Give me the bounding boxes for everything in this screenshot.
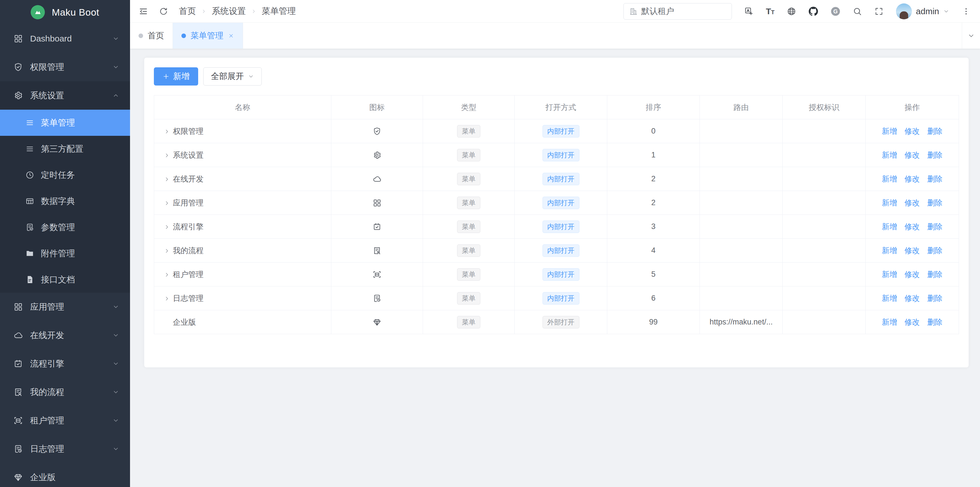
menu-name: 企业版 [173,318,196,326]
row-edit-link[interactable]: 修改 [905,222,920,231]
sidebar-item-third-party-config[interactable]: 第三方配置 [0,136,130,162]
sidebar-item-menu-management[interactable]: 菜单管理 [0,110,130,136]
row-expand-icon[interactable] [164,295,170,302]
breadcrumb-item-system-settings[interactable]: 系统设置 [212,5,246,17]
tenant-select[interactable]: 默认租户 [624,3,732,19]
sidebar-item-api-docs[interactable]: 接口文档 [0,267,130,293]
row-add-link[interactable]: 新增 [882,294,897,303]
sidebar-item-label: 参数管理 [41,222,75,233]
table-row: 应用管理 菜单 内部打开 2 新增修改删除 [154,191,959,215]
row-expand-icon[interactable] [164,128,170,135]
auth-value [783,143,865,167]
row-edit-link[interactable]: 修改 [905,151,920,160]
toolbar: 新增 全部展开 [154,67,959,86]
sidebar-item-parameter-management[interactable]: 参数管理 [0,214,130,240]
fullscreen-icon[interactable] [874,7,883,16]
github-icon[interactable] [808,6,818,16]
calendar-check-icon [331,222,423,231]
sidebar-item-scheduled-tasks[interactable]: 定时任务 [0,162,130,188]
row-edit-link[interactable]: 修改 [905,175,920,183]
chevron-down-icon [113,35,119,42]
row-edit-link[interactable]: 修改 [905,294,920,303]
row-delete-link[interactable]: 删除 [927,199,942,207]
collapse-sidebar-icon[interactable] [138,6,148,16]
row-edit-link[interactable]: 修改 [905,246,920,255]
translate-icon[interactable] [745,7,754,16]
row-edit-link[interactable]: 修改 [905,127,920,136]
sidebar-item-data-dictionary[interactable]: 数据字典 [0,188,130,214]
row-expand-icon[interactable] [164,200,170,206]
row-expand-icon[interactable] [164,176,170,182]
document-clock-icon [14,444,23,453]
table-icon [25,197,34,206]
sidebar-item-label: 租户管理 [30,415,105,426]
tab-options-dropdown[interactable] [962,23,980,49]
type-tag: 菜单 [457,173,480,185]
row-edit-link[interactable]: 修改 [905,318,920,326]
sidebar-item-log-management[interactable]: 日志管理 [0,435,130,463]
more-dots-icon[interactable] [962,7,970,16]
sidebar-item-enterprise[interactable]: 企业版 [0,463,130,487]
grid-icon [14,34,23,43]
sidebar-item-label: 菜单管理 [41,117,75,129]
gitee-icon[interactable]: G [830,6,840,16]
route-value [700,215,783,239]
sidebar-item-label: 定时任务 [41,169,75,181]
sidebar-item-permissions[interactable]: 权限管理 [0,53,130,81]
refresh-icon[interactable] [159,7,168,16]
tenant-building-icon [629,7,637,15]
row-add-link[interactable]: 新增 [882,199,897,207]
font-size-icon[interactable]: TT [766,7,775,16]
search-icon[interactable] [853,7,862,16]
row-delete-link[interactable]: 删除 [927,175,942,183]
col-icon: 图标 [331,96,423,119]
sidebar-item-tenant-management[interactable]: 租户管理 [0,406,130,435]
user-menu[interactable]: admin [896,3,949,19]
row-add-link[interactable]: 新增 [882,270,897,279]
sidebar-item-label: Dashboard [30,34,105,43]
row-expand-icon[interactable] [164,248,170,254]
row-add-link[interactable]: 新增 [882,151,897,160]
breadcrumb-item-home[interactable]: 首页 [179,5,196,17]
chevron-right-icon [201,8,207,14]
row-edit-link[interactable]: 修改 [905,270,920,279]
row-add-link[interactable]: 新增 [882,127,897,136]
row-add-link[interactable]: 新增 [882,222,897,231]
auth-value [783,286,865,310]
sidebar-item-my-flows[interactable]: 我的流程 [0,378,130,406]
sidebar-item-system-settings[interactable]: 系统设置 [0,81,130,110]
close-icon[interactable] [228,33,234,39]
sidebar-item-app-management[interactable]: 应用管理 [0,293,130,321]
table-row: 日志管理 菜单 内部打开 6 新增修改删除 [154,286,959,310]
row-delete-link[interactable]: 删除 [927,151,942,160]
folder-icon [25,249,34,258]
row-delete-link[interactable]: 删除 [927,318,942,326]
sidebar-item-online-dev[interactable]: 在线开发 [0,321,130,350]
tab-home[interactable]: 首页 [130,23,173,49]
row-edit-link[interactable]: 修改 [905,199,920,207]
auth-value [783,119,865,143]
sidebar-item-flow-engine[interactable]: 流程引擎 [0,350,130,378]
row-add-link[interactable]: 新增 [882,318,897,326]
breadcrumb: 首页 系统设置 菜单管理 [179,5,296,17]
tab-menu-management[interactable]: 菜单管理 [173,23,243,49]
row-add-link[interactable]: 新增 [882,246,897,255]
row-delete-link[interactable]: 删除 [927,270,942,279]
row-expand-icon[interactable] [164,152,170,158]
row-delete-link[interactable]: 删除 [927,127,942,136]
row-delete-link[interactable]: 删除 [927,222,942,231]
row-add-link[interactable]: 新增 [882,175,897,183]
route-value [700,167,783,191]
tenant-frame-icon [14,416,23,425]
expand-all-button[interactable]: 全部展开 [203,67,262,86]
row-delete-link[interactable]: 删除 [927,246,942,255]
row-expand-icon[interactable] [164,224,170,230]
row-expand-icon[interactable] [164,271,170,278]
add-button[interactable]: 新增 [154,67,198,86]
row-delete-link[interactable]: 删除 [927,294,942,303]
open-mode-tag: 内部打开 [542,125,579,137]
globe-icon[interactable] [787,7,796,16]
sidebar-item-attachment-management[interactable]: 附件管理 [0,240,130,267]
sidebar-group-system-settings: 系统设置 菜单管理 第三方配置 定时任务 数据字典 [0,81,130,293]
sidebar-item-dashboard[interactable]: Dashboard [0,24,130,53]
